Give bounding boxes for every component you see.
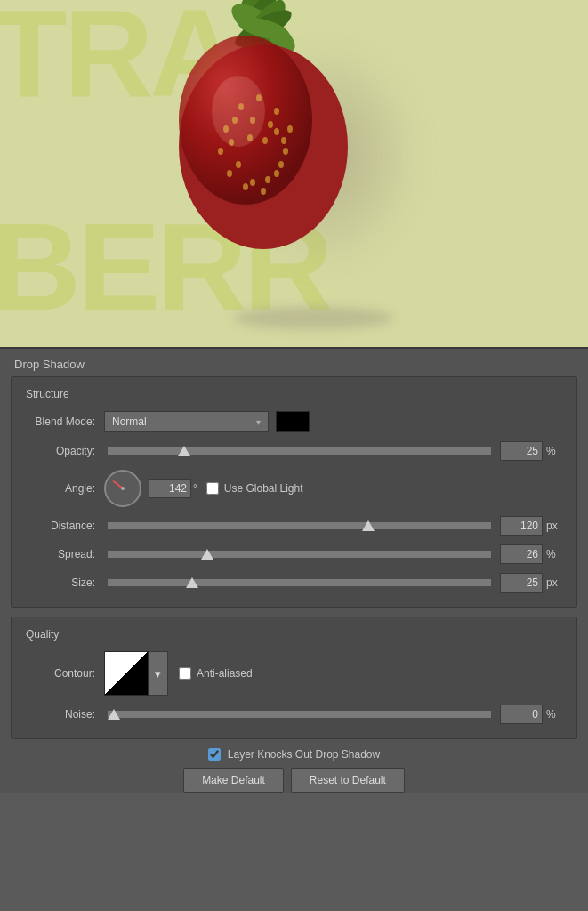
- distance-slider-container: [104, 522, 495, 529]
- opacity-value-input[interactable]: 25: [500, 441, 543, 461]
- distance-row: Distance: 120 px: [26, 516, 562, 536]
- use-global-light-label: Use Global Light: [224, 482, 303, 495]
- use-global-light-checkbox[interactable]: [206, 482, 219, 495]
- noise-slider-thumb[interactable]: [108, 709, 120, 720]
- make-default-button[interactable]: Make Default: [183, 768, 284, 793]
- svg-point-23: [278, 161, 284, 168]
- spread-slider-thumb[interactable]: [201, 549, 213, 560]
- opacity-slider-thumb[interactable]: [178, 446, 190, 456]
- svg-point-25: [250, 179, 255, 186]
- svg-point-24: [265, 176, 270, 183]
- noise-slider-container: [104, 711, 495, 718]
- contour-row: Contour: ▾ Anti-aliased: [26, 651, 562, 696]
- strawberry-shadow: [233, 307, 393, 329]
- anti-aliased-checkbox[interactable]: [179, 667, 191, 680]
- distance-label: Distance:: [26, 520, 104, 532]
- angle-value-input[interactable]: 142: [149, 479, 191, 498]
- layer-knocks-checkbox[interactable]: [208, 748, 221, 761]
- size-slider-track[interactable]: [108, 579, 491, 586]
- svg-point-14: [261, 188, 266, 195]
- opacity-label: Opacity:: [26, 445, 104, 457]
- anti-aliased-row: Anti-aliased: [179, 667, 253, 680]
- svg-point-11: [287, 125, 293, 133]
- canvas-area: TRA BERR: [0, 0, 588, 347]
- layer-knocks-label: Layer Knocks Out Drop Shadow: [228, 748, 380, 761]
- spread-slider-track[interactable]: [108, 551, 491, 558]
- dial-center: [121, 487, 125, 490]
- spread-unit: %: [546, 548, 562, 560]
- size-row: Size: 25 px: [26, 573, 562, 593]
- quality-section: Quality Contour: ▾ Anti-aliased Noise:: [11, 617, 577, 739]
- noise-unit: %: [546, 708, 562, 721]
- distance-unit: px: [546, 520, 562, 532]
- opacity-row: Opacity: 25 %: [26, 441, 562, 461]
- distance-slider-track[interactable]: [108, 522, 491, 529]
- noise-label: Noise:: [26, 708, 104, 721]
- contour-control: ▾: [104, 651, 168, 696]
- contour-chevron-icon: ▾: [155, 667, 161, 681]
- noise-value-input[interactable]: 0: [500, 705, 543, 724]
- svg-point-31: [212, 76, 265, 147]
- noise-row: Noise: 0 %: [26, 705, 562, 724]
- size-unit: px: [546, 576, 562, 589]
- svg-point-22: [281, 137, 286, 144]
- size-label: Size:: [26, 576, 104, 589]
- panel-title: Drop Shadow: [0, 349, 588, 376]
- opacity-slider-track[interactable]: [108, 447, 491, 455]
- svg-point-13: [274, 170, 279, 177]
- angle-row: Angle: 142 ° Use Global Light: [26, 470, 562, 507]
- blend-mode-row: Blend Mode: Normal ▾: [26, 411, 562, 432]
- svg-point-17: [218, 148, 223, 155]
- layer-knocks-row: Layer Knocks Out Drop Shadow: [11, 748, 577, 761]
- drop-shadow-panel: Drop Shadow Structure Blend Mode: Normal…: [0, 347, 588, 793]
- blend-mode-chevron-icon: ▾: [256, 417, 261, 427]
- size-value-input[interactable]: 25: [500, 573, 543, 593]
- strawberry-image: [157, 0, 432, 338]
- spread-row: Spread: 26 %: [26, 544, 562, 564]
- shadow-color-swatch[interactable]: [276, 411, 310, 432]
- contour-dropdown-btn[interactable]: ▾: [149, 651, 168, 696]
- size-slider-thumb[interactable]: [186, 577, 198, 588]
- svg-point-12: [283, 148, 288, 155]
- svg-point-26: [236, 161, 241, 168]
- blend-mode-label: Blend Mode:: [26, 415, 104, 428]
- opacity-slider-container: [104, 447, 495, 455]
- svg-point-15: [243, 183, 248, 190]
- blend-mode-value: Normal: [112, 415, 147, 428]
- spread-slider-container: [104, 551, 495, 558]
- global-light-row: Use Global Light: [206, 482, 303, 495]
- bottom-buttons: Make Default Reset to Default: [11, 768, 577, 793]
- contour-label: Contour:: [26, 667, 104, 680]
- structure-title: Structure: [26, 388, 562, 400]
- spread-label: Spread:: [26, 548, 104, 560]
- opacity-unit: %: [546, 445, 562, 457]
- contour-preview[interactable]: [104, 651, 149, 696]
- angle-label: Angle:: [26, 482, 104, 495]
- angle-degree-label: °: [193, 482, 197, 495]
- distance-value-input[interactable]: 120: [500, 516, 543, 536]
- quality-title: Quality: [26, 628, 562, 641]
- structure-section: Structure Blend Mode: Normal ▾ Opacity: …: [11, 376, 577, 608]
- reset-to-default-button[interactable]: Reset to Default: [291, 768, 405, 793]
- svg-point-10: [274, 108, 279, 115]
- noise-slider-track[interactable]: [108, 711, 491, 718]
- svg-point-29: [262, 137, 268, 144]
- anti-aliased-label: Anti-aliased: [197, 667, 253, 680]
- distance-slider-thumb[interactable]: [362, 520, 375, 531]
- angle-dial[interactable]: [104, 470, 141, 507]
- size-slider-container: [104, 579, 495, 586]
- svg-point-21: [268, 121, 273, 128]
- svg-point-30: [274, 128, 279, 135]
- blend-mode-dropdown[interactable]: Normal ▾: [104, 411, 269, 432]
- spread-value-input[interactable]: 26: [500, 544, 543, 564]
- svg-point-16: [227, 170, 232, 177]
